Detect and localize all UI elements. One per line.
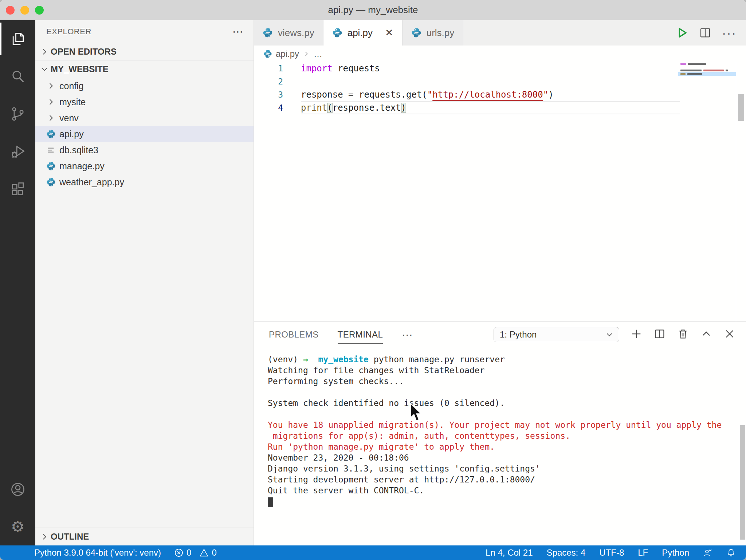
code-line-1: 1import requests (254, 62, 673, 75)
tree-item-label: weather_app.py (59, 177, 124, 188)
code-content: 1import requests23response = requests.ge… (254, 62, 673, 114)
new-terminal-button[interactable] (630, 328, 643, 342)
indentation-status[interactable]: Spaces: 4 (547, 548, 586, 558)
python-file-icon (46, 177, 56, 187)
split-terminal-button[interactable] (653, 328, 666, 342)
code-text: response = requests.get("http://localhos… (283, 90, 554, 100)
tree-item-label: api.py (59, 129, 84, 139)
activity-source-control[interactable] (0, 95, 35, 133)
line-number: 3 (254, 90, 283, 99)
python-file-icon (263, 28, 273, 38)
warning-count: 0 (212, 548, 216, 558)
activity-search[interactable] (0, 58, 35, 95)
chevron-right-icon (46, 81, 56, 91)
workspace-section[interactable]: MY_WEBSITE (35, 60, 254, 78)
editor-scrollbar[interactable] (736, 62, 746, 322)
notifications-button[interactable] (726, 548, 736, 557)
tab-urls-py[interactable]: urls.py (403, 20, 464, 46)
zoom-window-button[interactable] (35, 6, 44, 15)
activity-bar: ⚙ (0, 20, 35, 545)
terminal-line: November 23, 2020 - 00:18:06 (268, 453, 746, 464)
breadcrumb[interactable]: api.py … (254, 46, 746, 62)
tree-item-label: config (59, 81, 84, 91)
tree-item-api-py[interactable]: api.py (35, 126, 254, 142)
tab-problems[interactable]: PROBLEMS (269, 330, 319, 340)
terminal-shell-select[interactable]: 1: Python (494, 327, 619, 342)
tree-item-manage-py[interactable]: manage.py (35, 158, 254, 174)
interpreter-label: Python 3.9.0 64-bit ('venv': venv) (34, 548, 161, 558)
terminal-line: System check identified no issues (0 sil… (268, 398, 746, 409)
minimap[interactable] (678, 62, 736, 322)
search-icon (10, 68, 26, 84)
more-actions-button[interactable]: ··· (722, 26, 737, 40)
terminal-line: Run 'python manage.py migrate' to apply … (268, 442, 746, 453)
close-icon (723, 328, 736, 340)
panel-header: PROBLEMS TERMINAL ⋯ 1: Python (254, 322, 746, 347)
open-editors-section[interactable]: OPEN EDITORS (35, 43, 254, 60)
tree-item-weather-app-py[interactable]: weather_app.py (35, 174, 254, 190)
cursor-position-status[interactable]: Ln 4, Col 21 (486, 548, 533, 558)
outline-section[interactable]: OUTLINE (35, 528, 254, 545)
chevron-up-icon (700, 328, 712, 340)
activity-account[interactable] (0, 470, 35, 508)
tree-item-config[interactable]: config (35, 78, 254, 94)
tree-item-mysite[interactable]: mysite (35, 94, 254, 110)
python-interpreter-status[interactable]: Python 3.9.0 64-bit ('venv': venv) (34, 548, 161, 558)
breadcrumb-more[interactable]: … (314, 49, 322, 59)
activity-run-debug[interactable] (0, 133, 35, 170)
code-editor[interactable]: 1import requests23response = requests.ge… (254, 62, 746, 322)
split-editor-button[interactable] (699, 26, 712, 39)
tab-label: api.py (348, 27, 373, 39)
editor-group: views.pyapi.py✕urls.py ··· api.py … 1imp… (254, 20, 746, 545)
tab-views-py[interactable]: views.py (254, 20, 323, 46)
tab-label: views.py (278, 27, 314, 39)
run-python-file-button[interactable] (675, 26, 688, 39)
activity-settings[interactable]: ⚙ (0, 508, 35, 545)
problems-status[interactable]: 0 0 (174, 548, 217, 558)
warning-icon (199, 548, 209, 557)
terminal-line: Quit the server with CONTROL-C. (268, 486, 746, 497)
traffic-lights (6, 0, 44, 20)
eol-status[interactable]: LF (638, 548, 648, 558)
code-text: print(response.text) (283, 103, 406, 113)
feedback-icon (703, 548, 712, 557)
bell-icon (726, 548, 736, 557)
line-number: 2 (254, 77, 283, 86)
tree-item-label: mysite (59, 97, 86, 107)
tab-terminal[interactable]: TERMINAL (338, 330, 383, 340)
language-mode-status[interactable]: Python (662, 548, 689, 558)
tab-label: urls.py (427, 27, 455, 39)
activity-extensions[interactable] (0, 170, 35, 208)
maximize-panel-button[interactable] (700, 328, 712, 342)
breadcrumb-file[interactable]: api.py (276, 49, 299, 59)
tree-item-venv[interactable]: venv (35, 110, 254, 126)
terminal-line: migrations for app(s): admin, auth, cont… (268, 431, 746, 442)
file-tree: configmysitevenvapi.pydb.sqlite3manage.p… (35, 78, 254, 190)
open-editors-label: OPEN EDITORS (51, 47, 117, 57)
status-bar: Python 3.9.0 64-bit ('venv': venv) 0 0 L… (0, 545, 746, 560)
terminal-line: (venv) → my_website python manage.py run… (268, 355, 746, 366)
feedback-button[interactable] (703, 548, 712, 557)
close-tab-button[interactable]: ✕ (385, 28, 393, 38)
tree-item-label: manage.py (59, 161, 105, 171)
database-file-icon (46, 145, 56, 155)
close-panel-button[interactable] (723, 328, 736, 342)
line-number: 1 (254, 64, 283, 73)
terminal-output[interactable]: (venv) → my_website python manage.py run… (254, 347, 746, 507)
tab-api-py[interactable]: api.py✕ (323, 20, 403, 46)
terminal-line (268, 387, 746, 398)
panel-more-button[interactable]: ⋯ (402, 328, 413, 341)
terminal-cursor (268, 497, 273, 507)
line-number: 4 (254, 103, 283, 113)
terminal-scrollbar-thumb[interactable] (740, 425, 745, 540)
python-file-icon (263, 50, 272, 58)
python-file-icon (411, 28, 421, 38)
account-icon (10, 481, 26, 497)
activity-explorer[interactable] (0, 20, 35, 58)
tree-item-db-sqlite3[interactable]: db.sqlite3 (35, 142, 254, 158)
minimize-window-button[interactable] (20, 6, 29, 15)
editor-scrollbar-thumb[interactable] (738, 94, 744, 121)
encoding-status[interactable]: UTF-8 (599, 548, 624, 558)
close-window-button[interactable] (6, 6, 15, 15)
kill-terminal-button[interactable] (677, 328, 689, 342)
